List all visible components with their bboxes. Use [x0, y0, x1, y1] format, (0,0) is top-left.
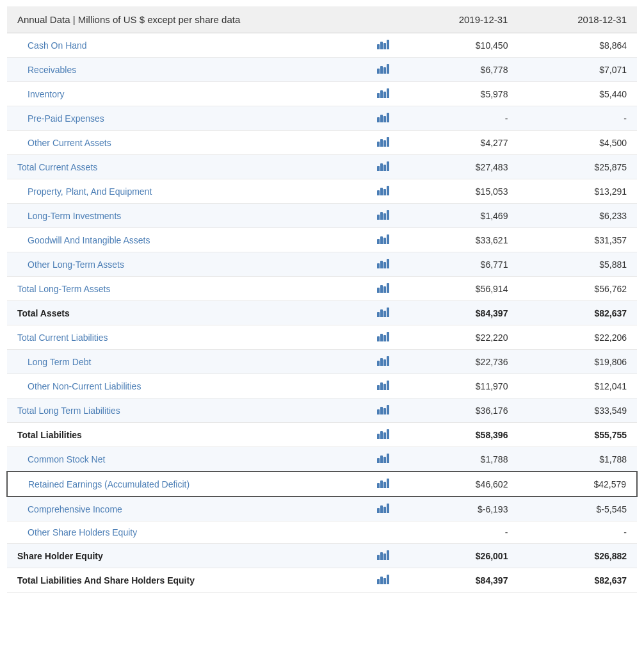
value-2018: $33,549: [518, 398, 637, 423]
row-label: Total Assets: [7, 301, 367, 325]
table-row: Common Stock Net $1,788$1,788: [7, 447, 637, 472]
chart-icon-cell[interactable]: [367, 179, 399, 204]
chart-icon: [377, 209, 389, 220]
value-2018: $19,806: [518, 350, 637, 374]
row-label: Total Liabilities And Share Holders Equi…: [7, 568, 367, 593]
value-2019: $22,736: [399, 350, 519, 374]
row-label: Total Liabilities: [7, 423, 367, 447]
chart-icon-cell[interactable]: [367, 228, 399, 252]
value-2018: $25,875: [518, 155, 637, 179]
value-2018: $42,579: [518, 472, 637, 496]
table-row: Receivables $6,778$7,071: [7, 58, 637, 82]
table-title: Annual Data | Millions of US $ except pe…: [7, 6, 399, 33]
value-2018: $26,882: [518, 544, 637, 568]
value-2019: $4,277: [399, 131, 519, 155]
chart-icon: [377, 283, 389, 293]
col1-header: 2019-12-31: [399, 6, 519, 33]
table-row: Share Holder Equity $26,001$26,882: [7, 544, 637, 568]
table-row: Other Share Holders Equity--: [7, 521, 637, 544]
table-row: Long Term Debt $22,736$19,806: [7, 350, 637, 374]
chart-icon-cell[interactable]: [367, 325, 399, 350]
row-label: Cash On Hand: [7, 33, 367, 58]
chart-icon-cell[interactable]: [367, 374, 399, 398]
table-row: Total Liabilities $58,396$55,755: [7, 423, 637, 447]
chart-icon-cell[interactable]: [367, 33, 399, 58]
row-label: Goodwill And Intangible Assets: [7, 228, 367, 252]
row-label: Retained Earnings (Accumulated Deficit): [7, 472, 367, 496]
chart-icon: [377, 356, 389, 366]
value-2019: $27,483: [399, 155, 519, 179]
value-2018: $1,788: [518, 447, 637, 472]
row-label: Total Long-Term Assets: [7, 277, 367, 301]
table-row: Total Long-Term Assets $56,914$56,762: [7, 277, 637, 301]
chart-icon-cell[interactable]: [367, 301, 399, 325]
row-label: Total Current Assets: [7, 155, 367, 179]
chart-icon-cell[interactable]: [367, 106, 399, 131]
chart-icon: [377, 112, 389, 122]
chart-icon: [377, 136, 389, 147]
chart-icon: [377, 161, 389, 171]
row-label: Property, Plant, And Equipment: [7, 179, 367, 204]
row-label: Long-Term Investments: [7, 204, 367, 228]
chart-icon: [377, 331, 389, 341]
chart-icon-cell[interactable]: [367, 131, 399, 155]
value-2018: $8,864: [518, 33, 637, 58]
table-row: Other Current Assets $4,277$4,500: [7, 131, 637, 155]
value-2018: $82,637: [518, 568, 637, 593]
table-row: Goodwill And Intangible Assets $33,621$3…: [7, 228, 637, 252]
value-2019: -: [399, 521, 519, 544]
table-body: Cash On Hand $10,450$8,864Receivables $6…: [7, 33, 637, 593]
chart-icon: [377, 307, 389, 317]
chart-icon-cell[interactable]: [367, 155, 399, 179]
chart-icon-cell[interactable]: [367, 447, 399, 472]
chart-icon-cell[interactable]: [367, 496, 399, 521]
value-2019: $58,396: [399, 423, 519, 447]
table-row: Total Current Liabilities $22,220$22,206: [7, 325, 637, 350]
table-header: Annual Data | Millions of US $ except pe…: [7, 6, 637, 33]
table-row: Cash On Hand $10,450$8,864: [7, 33, 637, 58]
value-2019: $33,621: [399, 228, 519, 252]
row-label: Other Long-Term Assets: [7, 252, 367, 277]
value-2018: $6,233: [518, 204, 637, 228]
value-2019: $36,176: [399, 398, 519, 423]
chart-icon: [377, 63, 389, 74]
chart-icon-cell[interactable]: [367, 544, 399, 568]
table-row: Comprehensive Income $-6,193$-5,545: [7, 496, 637, 521]
value-2018: $31,357: [518, 228, 637, 252]
value-2019: $6,771: [399, 252, 519, 277]
value-2019: $5,978: [399, 82, 519, 106]
chart-icon-cell[interactable]: [367, 82, 399, 106]
value-2018: $-5,545: [518, 496, 637, 521]
chart-icon-cell[interactable]: [367, 204, 399, 228]
chart-icon-cell[interactable]: [367, 350, 399, 374]
chart-icon-cell[interactable]: [367, 252, 399, 277]
chart-icon-cell[interactable]: [367, 423, 399, 447]
value-2019: $56,914: [399, 277, 519, 301]
chart-icon-cell[interactable]: [367, 58, 399, 82]
chart-icon-cell[interactable]: [367, 472, 399, 496]
table-row: Property, Plant, And Equipment $15,053$1…: [7, 179, 637, 204]
value-2019: $-6,193: [399, 496, 519, 521]
chart-icon-cell[interactable]: [367, 277, 399, 301]
value-2018: -: [518, 521, 637, 544]
table-row: Total Long Term Liabilities $36,176$33,5…: [7, 398, 637, 423]
row-label: Other Current Assets: [7, 131, 367, 155]
table-row: Retained Earnings (Accumulated Deficit) …: [7, 472, 637, 496]
chart-icon-cell[interactable]: [367, 521, 399, 544]
row-label: Common Stock Net: [7, 447, 367, 472]
row-label: Long Term Debt: [7, 350, 367, 374]
chart-icon: [377, 185, 389, 195]
value-2018: $7,071: [518, 58, 637, 82]
chart-icon-cell[interactable]: [367, 398, 399, 423]
row-label: Other Share Holders Equity: [7, 521, 367, 544]
chart-icon: [377, 380, 389, 390]
chart-icon: [377, 453, 389, 463]
table-row: Total Assets $84,397$82,637: [7, 301, 637, 325]
chart-icon-cell[interactable]: [367, 568, 399, 593]
value-2019: -: [399, 106, 519, 131]
row-label: Inventory: [7, 82, 367, 106]
value-2019: $6,778: [399, 58, 519, 82]
chart-icon: [377, 550, 389, 560]
value-2018: $22,206: [518, 325, 637, 350]
balance-sheet-table: Annual Data | Millions of US $ except pe…: [6, 6, 638, 593]
